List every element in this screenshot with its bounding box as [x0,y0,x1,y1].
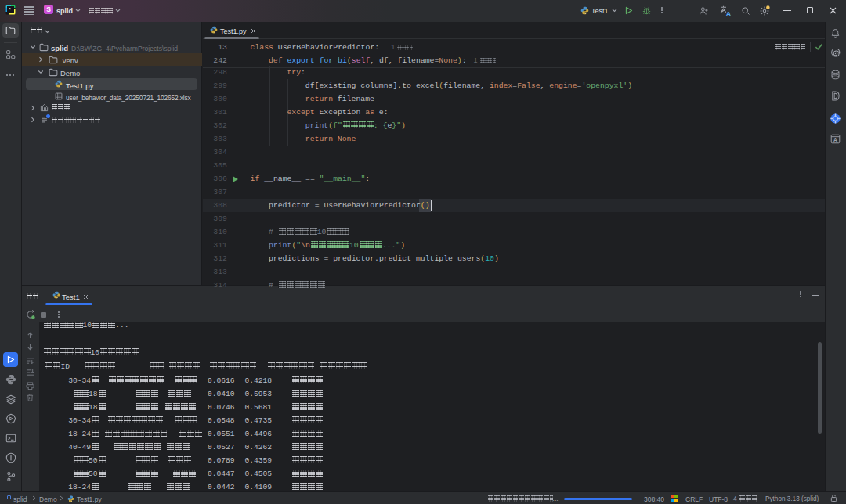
svg-text:A: A [726,9,732,17]
svg-text:A: A [833,137,837,142]
